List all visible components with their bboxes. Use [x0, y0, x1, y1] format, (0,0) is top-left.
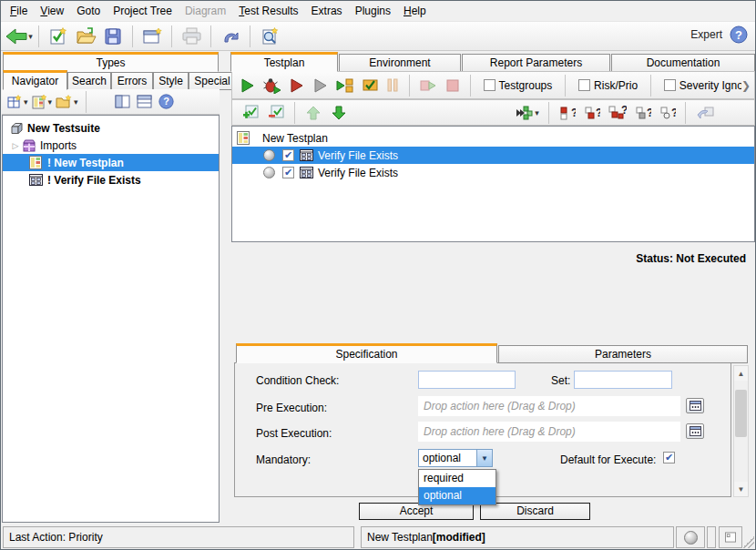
tab-report-parameters[interactable]: Report Parameters — [462, 54, 610, 72]
scrollbar-thumb[interactable] — [735, 390, 747, 437]
check-add-button[interactable] — [238, 100, 263, 126]
testgroups-checkbox-group[interactable]: Testgroups — [476, 79, 560, 92]
tree-item-imports[interactable]: ▷ Imports — [3, 137, 219, 154]
breakpoint-add-button[interactable]: ? — [579, 100, 604, 126]
breakpoint-all-button[interactable]: ? — [604, 100, 630, 126]
run-check-button[interactable] — [358, 73, 382, 98]
save-floppy-icon — [104, 27, 122, 46]
toolbar-overflow-button[interactable]: ❯ — [741, 79, 751, 92]
default-for-execute-checkbox[interactable]: ✔ — [663, 452, 675, 463]
menu-extras[interactable]: Extras — [305, 2, 349, 20]
save-button[interactable] — [99, 24, 127, 49]
menu-file[interactable]: File — [4, 2, 34, 20]
tab-environment[interactable]: Environment — [339, 54, 461, 72]
move-up-button — [301, 100, 326, 126]
expander-icon[interactable]: ▷ — [10, 141, 21, 150]
run-to-button[interactable]: ▾ — [512, 100, 543, 126]
tab-testplan[interactable]: Testplan — [230, 52, 338, 72]
scroll-down-button[interactable]: ▼ — [734, 482, 748, 496]
toggle-detail-pane-button[interactable] — [112, 89, 134, 115]
severity-checkbox[interactable] — [664, 79, 676, 91]
set-label: Set: — [551, 374, 570, 387]
check-remove-button[interactable] — [263, 100, 289, 126]
open-button[interactable] — [72, 24, 99, 49]
riskprio-label: Risk/Prio — [594, 79, 638, 92]
undo-arrow-icon — [221, 28, 240, 45]
run-button[interactable] — [236, 73, 260, 98]
menu-diagram: Diagram — [179, 2, 232, 20]
tab-parameters[interactable]: Parameters — [498, 345, 748, 363]
pre-execution-dropzone[interactable]: Drop action here (Drag & Drop) — [418, 396, 680, 416]
breakpoint-toggle-button[interactable]: ? — [555, 100, 579, 126]
new-folder-button[interactable]: ▾ — [54, 89, 80, 115]
new-testplan-button[interactable]: ▾ — [30, 89, 55, 115]
testgroups-checkbox[interactable] — [484, 79, 495, 91]
tab-style[interactable]: Style — [153, 72, 189, 90]
post-execution-browse-button[interactable] — [686, 423, 704, 439]
pre-execution-browse-button[interactable] — [686, 398, 704, 413]
navigator-toolbar: ▾ ▾ ▾ ? — [2, 89, 220, 115]
run-disabled-button — [309, 73, 332, 98]
tab-navigator[interactable]: Navigator — [3, 70, 67, 90]
main-toolbar: ▾ — [1, 21, 755, 51]
post-execution-label: Post Execution: — [256, 427, 332, 440]
new-type-button[interactable]: ▾ — [5, 89, 30, 115]
tab-specification[interactable]: Specification — [236, 343, 497, 363]
navigator-help-button[interactable]: ? — [156, 89, 178, 115]
run-with-report-button[interactable] — [285, 73, 309, 98]
undo-button[interactable] — [217, 24, 244, 49]
resize-grip[interactable] — [742, 536, 754, 548]
search-settings-button[interactable] — [256, 24, 283, 49]
testplan-new-icon — [32, 95, 47, 109]
post-execution-dropzone[interactable]: Drop action here (Drag & Drop) — [418, 422, 680, 442]
riskprio-checkbox[interactable] — [578, 79, 590, 91]
tree-item-verify-file-exists[interactable]: ! Verify File Exists — [3, 171, 219, 188]
console-toggle-button[interactable] — [719, 526, 742, 548]
dropdown-option-required[interactable]: required — [419, 470, 495, 487]
menu-test-results[interactable]: Test Results — [232, 2, 304, 20]
testplan-step-row[interactable]: ✔ Verify File Exists — [232, 147, 754, 164]
menu-plugins[interactable]: Plugins — [349, 2, 397, 20]
toolbar-separator — [565, 75, 566, 97]
breakpoint-condition-button[interactable]: ? — [655, 100, 679, 126]
tree-item-testsuite[interactable]: New Testsuite — [3, 119, 219, 137]
step-enabled-checkbox[interactable]: ✔ — [282, 167, 294, 178]
new-item-button[interactable] — [45, 24, 72, 49]
form-scrollbar[interactable]: ▲ ▼ — [733, 365, 749, 497]
severity-checkbox-group[interactable]: Severity Ignore Lir — [657, 79, 741, 92]
tab-search[interactable]: Search — [67, 72, 111, 90]
mandatory-combobox[interactable]: optional ▼ — [418, 449, 493, 467]
tab-errors[interactable]: Errors — [111, 72, 153, 90]
help-button[interactable]: ? — [730, 25, 748, 44]
testsuite-icon — [8, 121, 24, 136]
scroll-up-button[interactable]: ▲ — [734, 366, 748, 381]
tab-special[interactable]: Special — [189, 72, 236, 90]
menu-project-tree[interactable]: Project Tree — [107, 2, 179, 20]
set-input[interactable] — [574, 371, 672, 389]
menu-view[interactable]: View — [34, 2, 70, 20]
testplan-step-row[interactable]: ✔ Verify File Exists — [232, 164, 754, 181]
toggle-split-view-button[interactable] — [134, 89, 156, 115]
chevron-down-icon: ▾ — [24, 97, 28, 107]
testplan-root-row[interactable]: New Testplan — [232, 129, 754, 147]
types-panel-tab[interactable]: Types — [3, 52, 219, 72]
riskprio-checkbox-group[interactable]: Risk/Prio — [571, 79, 645, 92]
breakpoint-clear-icon: ? — [635, 106, 651, 120]
run-selected-button[interactable] — [332, 73, 358, 98]
menu-goto[interactable]: Goto — [70, 2, 107, 20]
menu-help[interactable]: Help — [397, 2, 433, 20]
move-down-button[interactable] — [326, 100, 352, 126]
step-enabled-checkbox[interactable]: ✔ — [282, 149, 294, 161]
help-icon: ? — [730, 25, 748, 44]
tab-documentation[interactable]: Documentation — [611, 54, 755, 72]
new-window-button[interactable] — [138, 24, 166, 49]
tree-item-new-testplan[interactable]: ! New Testplan — [3, 154, 219, 171]
combo-arrow-icon[interactable]: ▼ — [476, 450, 492, 466]
debug-button[interactable] — [260, 73, 285, 98]
dropdown-option-optional[interactable]: optional — [419, 487, 495, 504]
breakpoint-clear-button[interactable]: ? — [630, 100, 655, 126]
back-button[interactable]: ▾ — [5, 24, 33, 49]
discard-button[interactable]: Discard — [480, 503, 590, 520]
condition-check-input[interactable] — [418, 371, 516, 389]
breakpoint-toggle-icon: ? — [559, 106, 576, 120]
